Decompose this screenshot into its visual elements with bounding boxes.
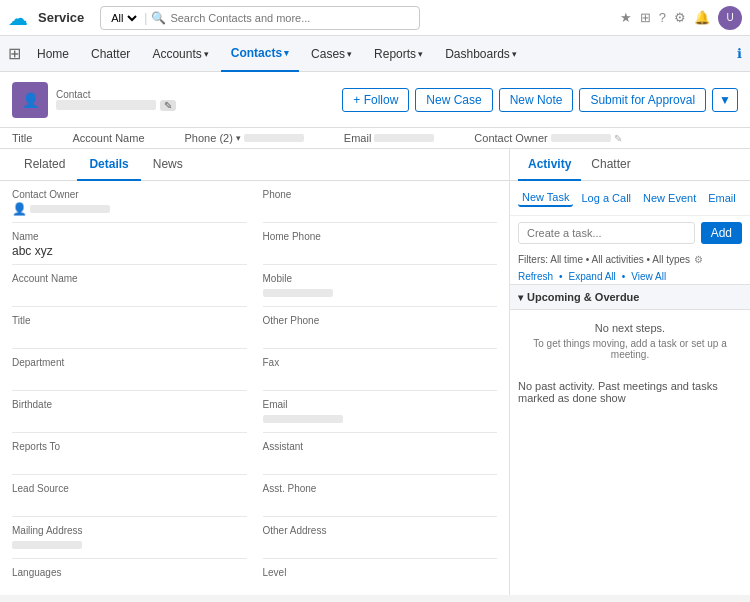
record-tag: ✎ [160, 100, 176, 111]
field-row-mailing: Mailing Address Other Address [12, 525, 497, 563]
col-title: Title [12, 132, 32, 144]
new-task-button[interactable]: New Task [518, 189, 573, 207]
info-bar: 👤 Contact ✎ + Follow New Case New Note S… [0, 72, 750, 128]
setup-icon[interactable]: ⚙ [674, 10, 686, 25]
info-actions: + Follow New Case New Note Submit for Ap… [342, 88, 738, 112]
field-row-title: Title Other Phone [12, 315, 497, 353]
field-reports-to: Reports To [12, 441, 247, 479]
field-mobile: Mobile [263, 273, 498, 311]
nav-item-accounts[interactable]: Accounts ▾ [142, 36, 218, 72]
field-assistant: Assistant [263, 441, 498, 479]
nav-item-cases[interactable]: Cases ▾ [301, 36, 362, 72]
email-button[interactable]: Email [704, 189, 740, 207]
waffle-icon[interactable]: ⊞ [640, 10, 651, 25]
nav-item-chatter[interactable]: Chatter [81, 36, 140, 72]
field-other-phone: Other Phone [263, 315, 498, 353]
mobile-val-bar [263, 289, 333, 297]
new-case-button[interactable]: New Case [415, 88, 492, 112]
info-icon[interactable]: ℹ [737, 46, 742, 61]
accounts-chevron: ▾ [204, 49, 209, 59]
main-content: Related Details News Contact Owner 👤 Pho… [0, 149, 750, 595]
email-val-bar [263, 415, 343, 423]
actions-dropdown-button[interactable]: ▼ [712, 88, 738, 112]
form-section: Contact Owner 👤 Phone Name abc [0, 181, 509, 595]
field-row-lead: Lead Source Asst. Phone [12, 483, 497, 521]
field-email: Email [263, 399, 498, 437]
search-icon: 🔍 [151, 11, 166, 25]
owner-edit-icon: ✎ [614, 133, 622, 144]
field-row-owner: Contact Owner 👤 Phone [12, 189, 497, 227]
record-type-label: Contact [56, 89, 176, 100]
field-other-address: Other Address [263, 525, 498, 563]
field-title: Title [12, 315, 247, 353]
field-mailing-address: Mailing Address [12, 525, 247, 563]
refresh-link[interactable]: Refresh [518, 271, 553, 282]
nav-grid-icon[interactable]: ⊞ [8, 44, 21, 63]
phone-val [244, 134, 304, 142]
field-row-reports: Reports To Assistant [12, 441, 497, 479]
new-event-button[interactable]: New Event [639, 189, 700, 207]
tab-chatter[interactable]: Chatter [581, 149, 640, 181]
field-row-name: Name abc xyz Home Phone [12, 231, 497, 269]
search-input[interactable] [170, 12, 413, 24]
add-task-button[interactable]: Add [701, 222, 742, 244]
record-name-bar [56, 100, 156, 110]
app-name: Service [38, 10, 84, 25]
nav-item-home[interactable]: Home [27, 36, 79, 72]
search-bar[interactable]: All | 🔍 [100, 6, 420, 30]
upcoming-chevron-icon: ▾ [518, 292, 523, 303]
tab-activity[interactable]: Activity [518, 149, 581, 181]
filter-text: Filters: All time • All activities • All… [518, 254, 690, 265]
view-all-link[interactable]: View All [631, 271, 666, 282]
new-note-button[interactable]: New Note [499, 88, 574, 112]
field-row-account: Account Name Mobile [12, 273, 497, 311]
record-title-block: Contact ✎ [56, 89, 176, 111]
right-panel: Activity Chatter New Task Log a Call New… [510, 149, 750, 595]
col-account-name: Account Name [72, 132, 144, 144]
nav-bar: ⊞ Home Chatter Accounts ▾ Contacts ▾ Cas… [0, 36, 750, 72]
col-phone: Phone (2) ▾ [185, 132, 304, 144]
tab-related[interactable]: Related [12, 149, 77, 181]
nav-item-dashboards[interactable]: Dashboards ▾ [435, 36, 527, 72]
no-steps-section: No next steps. To get things moving, add… [510, 310, 750, 372]
mailing-val-bar [12, 541, 82, 549]
upcoming-label: Upcoming & Overdue [527, 291, 639, 303]
nav-item-contacts[interactable]: Contacts ▾ [221, 36, 299, 72]
field-birthdate: Birthdate [12, 399, 247, 437]
record-avatar: 👤 [12, 82, 48, 118]
salesforce-logo: ☁ [8, 6, 28, 30]
field-level: Level [263, 567, 498, 595]
follow-button[interactable]: + Follow [342, 88, 409, 112]
owner-val-bar [30, 205, 110, 213]
log-call-button[interactable]: Log a Call [577, 189, 635, 207]
dashboards-chevron: ▾ [512, 49, 517, 59]
submit-approval-button[interactable]: Submit for Approval [579, 88, 706, 112]
col-contact-owner: Contact Owner ✎ [474, 132, 621, 144]
search-type-select[interactable]: All [107, 11, 140, 25]
upcoming-overdue-header: ▾ Upcoming & Overdue [510, 284, 750, 310]
nav-item-reports[interactable]: Reports ▾ [364, 36, 433, 72]
activity-tabs: Activity Chatter [510, 149, 750, 181]
contacts-chevron: ▾ [284, 48, 289, 58]
tab-details[interactable]: Details [77, 149, 140, 181]
task-input[interactable] [518, 222, 695, 244]
favorites-icon[interactable]: ★ [620, 10, 632, 25]
help-icon[interactable]: ? [659, 10, 666, 25]
field-languages: Languages [12, 567, 247, 595]
notification-icon[interactable]: 🔔 [694, 10, 710, 25]
col-email: Email [344, 132, 435, 144]
field-asst-phone: Asst. Phone [263, 483, 498, 521]
filter-gear-icon[interactable]: ⚙ [694, 254, 703, 265]
expand-all-link[interactable]: Expand All [569, 271, 616, 282]
tab-news[interactable]: News [141, 149, 195, 181]
field-home-phone: Home Phone [263, 231, 498, 269]
no-steps-text: No next steps. [518, 322, 742, 334]
activity-actions: New Task Log a Call New Event Email [510, 181, 750, 216]
column-headers: Title Account Name Phone (2) ▾ Email Con… [0, 128, 750, 149]
field-row-dept: Department Fax [12, 357, 497, 395]
avatar[interactable]: U [718, 6, 742, 30]
top-bar: ☁ Service All | 🔍 ★ ⊞ ? ⚙ 🔔 U [0, 0, 750, 36]
left-tabs: Related Details News [0, 149, 509, 181]
left-panel: Related Details News Contact Owner 👤 Pho… [0, 149, 510, 595]
field-account-name: Account Name [12, 273, 247, 311]
